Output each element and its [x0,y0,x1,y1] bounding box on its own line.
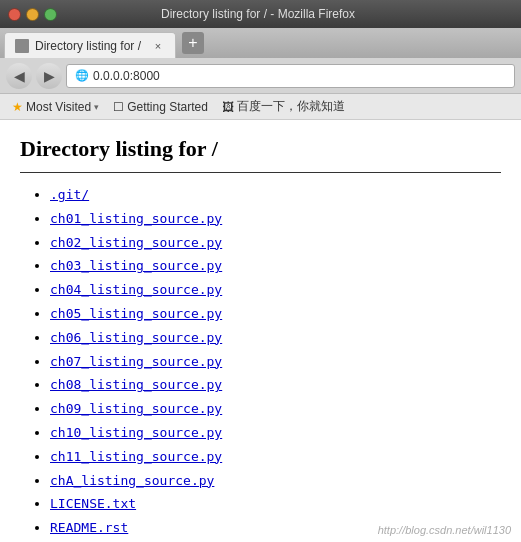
minimize-btn[interactable] [26,8,39,21]
file-link[interactable]: chA_listing_source.py [50,473,214,488]
file-link[interactable]: ch10_listing_source.py [50,425,222,440]
list-item: ch06_listing_source.py [50,326,501,350]
file-link[interactable]: ch08_listing_source.py [50,377,222,392]
list-item: ch08_listing_source.py [50,373,501,397]
bookmark-page-icon: ☐ [113,100,124,114]
file-link[interactable]: README.rst [50,520,128,535]
window-controls [8,8,57,21]
window-title: Directory listing for / - Mozilla Firefo… [63,7,513,21]
bookmark-getting-started[interactable]: ☐ Getting Started [107,98,214,116]
file-link[interactable]: .git/ [50,187,89,202]
file-link[interactable]: ch09_listing_source.py [50,401,222,416]
page-content: Directory listing for / .git/ch01_listin… [0,120,521,542]
dropdown-arrow-icon: ▾ [94,102,99,112]
address-bar[interactable]: 🌐 0.0.0.0:8000 [66,64,515,88]
close-btn[interactable] [8,8,21,21]
bookmark-star-icon: ★ [12,100,23,114]
file-link[interactable]: ch05_listing_source.py [50,306,222,321]
list-item: ch09_listing_source.py [50,397,501,421]
new-tab-button[interactable]: + [182,32,204,54]
bookmark-baidu[interactable]: 🖼 百度一下，你就知道 [216,96,351,117]
bookmark-baidu-label: 百度一下，你就知道 [237,98,345,115]
tabbar: Directory listing for / × + [0,28,521,58]
divider [20,172,501,173]
list-item: ch05_listing_source.py [50,302,501,326]
file-link[interactable]: ch03_listing_source.py [50,258,222,273]
titlebar: Directory listing for / - Mozilla Firefo… [0,0,521,28]
file-link[interactable]: ch07_listing_source.py [50,354,222,369]
file-list: .git/ch01_listing_source.pych02_listing_… [20,183,501,542]
active-tab[interactable]: Directory listing for / × [4,32,176,58]
list-item: ch01_listing_source.py [50,207,501,231]
list-item: chA_listing_source.py [50,469,501,493]
file-link[interactable]: LICENSE.txt [50,496,136,511]
bookmark-most-visited[interactable]: ★ Most Visited ▾ [6,98,105,116]
file-link[interactable]: ch01_listing_source.py [50,211,222,226]
navbar: ◀ ▶ 🌐 0.0.0.0:8000 [0,58,521,94]
address-globe-icon: 🌐 [75,69,89,82]
list-item: ch04_listing_source.py [50,278,501,302]
bookmarks-bar: ★ Most Visited ▾ ☐ Getting Started 🖼 百度一… [0,94,521,120]
file-link[interactable]: ch04_listing_source.py [50,282,222,297]
list-item: LICENSE.txt [50,492,501,516]
list-item: ch11_listing_source.py [50,445,501,469]
list-item: ch03_listing_source.py [50,254,501,278]
forward-button[interactable]: ▶ [36,63,62,89]
watermark: http://blog.csdn.net/wil1130 [378,524,511,536]
page-heading: Directory listing for / [20,136,501,162]
tab-favicon [15,39,29,53]
list-item: ch02_listing_source.py [50,231,501,255]
bookmark-getting-started-label: Getting Started [127,100,208,114]
tab-close-icon[interactable]: × [151,39,165,53]
list-item: ch10_listing_source.py [50,421,501,445]
list-item: ch07_listing_source.py [50,350,501,374]
back-button[interactable]: ◀ [6,63,32,89]
file-link[interactable]: ch11_listing_source.py [50,449,222,464]
address-text: 0.0.0.0:8000 [93,69,160,83]
tab-label: Directory listing for / [35,39,141,53]
bookmark-baidu-icon: 🖼 [222,100,234,114]
file-link[interactable]: ch06_listing_source.py [50,330,222,345]
list-item: .git/ [50,183,501,207]
bookmark-most-visited-label: Most Visited [26,100,91,114]
file-link[interactable]: ch02_listing_source.py [50,235,222,250]
maximize-btn[interactable] [44,8,57,21]
